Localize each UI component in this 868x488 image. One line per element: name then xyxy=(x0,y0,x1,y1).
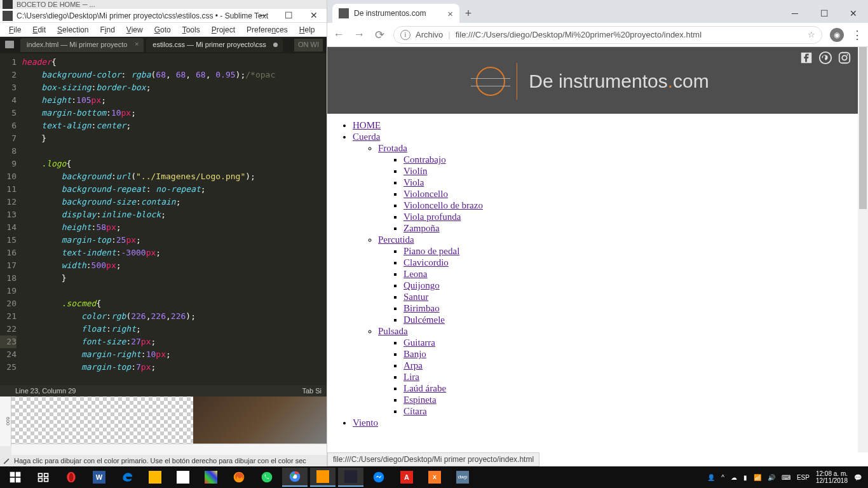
nav-link[interactable]: Arpa xyxy=(403,360,423,370)
close-button[interactable]: ✕ xyxy=(839,4,868,23)
taskbar-messenger[interactable] xyxy=(366,468,391,487)
chrome-tabstrip: De instrumentos.com × + ─ ☐ ✕ xyxy=(327,0,868,23)
taskbar-app1[interactable] xyxy=(338,468,363,487)
nav-link[interactable]: Banjo xyxy=(403,349,426,359)
address-bar[interactable]: i Archivo | file:///C:/Users/diego/Deskt… xyxy=(393,26,822,44)
taskbar-chrome[interactable] xyxy=(282,468,308,487)
nav-frotada: Frotada ContrabajoViolínViolaVioloncello… xyxy=(378,143,858,234)
menu-edit[interactable]: Edit xyxy=(27,23,51,36)
instagram-icon[interactable] xyxy=(837,51,851,65)
nav-link[interactable]: Guitarra xyxy=(403,337,435,348)
nav-percutida: Percutida Piano de pedalClavicordioLeona… xyxy=(378,234,858,325)
nav-link[interactable]: Leona xyxy=(403,269,427,279)
menu-help[interactable]: Help xyxy=(294,23,320,36)
nav-link[interactable]: Birimbao xyxy=(403,303,440,313)
taskbar-edge[interactable] xyxy=(114,468,140,487)
people-icon[interactable]: 👤 xyxy=(707,474,715,481)
profile-avatar[interactable]: ◉ xyxy=(830,28,844,42)
taskbar-explorer[interactable] xyxy=(142,468,168,487)
sidebar-toggle-icon[interactable] xyxy=(5,41,14,48)
battery-icon[interactable]: ▮ xyxy=(743,474,747,481)
browser-tab[interactable]: De instrumentos.com × xyxy=(332,4,459,23)
list-item: Birimbao xyxy=(403,303,858,314)
taskbar-opera[interactable] xyxy=(58,468,84,487)
menu-file[interactable]: File xyxy=(4,23,26,36)
forward-button[interactable]: → xyxy=(353,28,365,41)
nav-link[interactable]: Zampoña xyxy=(403,223,440,233)
taskbar-firefox[interactable] xyxy=(226,468,252,487)
bookmark-star-icon[interactable]: ☆ xyxy=(808,30,815,39)
nav-link[interactable]: Clavicordio xyxy=(403,257,449,268)
menu-find[interactable]: Find xyxy=(95,23,119,36)
taskbar-store[interactable] xyxy=(170,468,196,487)
taskbar-whatsapp[interactable] xyxy=(254,468,280,487)
menu-goto[interactable]: Goto xyxy=(149,23,176,36)
ruler-vertical: 600 xyxy=(0,396,11,446)
nav-link[interactable]: Laúd árabe xyxy=(403,383,446,393)
pinterest-icon[interactable] xyxy=(818,51,832,65)
menu-tools[interactable]: Tools xyxy=(177,23,205,36)
taskbar-app2[interactable]: dwp xyxy=(450,468,475,487)
new-tab-button[interactable]: + xyxy=(459,5,477,23)
taskbar-acrobat[interactable]: A xyxy=(394,468,419,487)
taskbar-sublime[interactable] xyxy=(310,468,336,487)
menu-project[interactable]: Project xyxy=(207,23,240,36)
site-logo[interactable]: De instrumentos.com xyxy=(476,63,709,100)
menu-preferences[interactable]: Preferences xyxy=(241,23,293,36)
maximize-button[interactable]: ☐ xyxy=(810,4,839,23)
nav-link[interactable]: Viola xyxy=(403,177,424,187)
task-view-button[interactable] xyxy=(31,468,56,487)
close-tab-icon[interactable]: × xyxy=(447,8,453,19)
scrollbar-thumb[interactable] xyxy=(859,47,867,209)
indent-setting[interactable]: Tab Si xyxy=(302,385,322,396)
nav-link[interactable]: Violoncello de brazo xyxy=(403,200,483,210)
tab-index-html[interactable]: index.html — Mi primer proyecto× xyxy=(20,38,144,52)
nav-link[interactable]: Lira xyxy=(403,372,419,382)
canvas[interactable] xyxy=(11,396,327,444)
nav-link[interactable]: Contrabajo xyxy=(403,154,446,165)
nav-link[interactable]: Piano de pedal xyxy=(403,246,459,256)
maximize-button[interactable]: ☐ xyxy=(276,9,301,23)
code-editor[interactable]: header{ background-color: rgba(68, 68, 6… xyxy=(22,53,327,385)
keyboard-icon[interactable]: ⌨ xyxy=(782,474,790,481)
volume-icon[interactable]: 🔊 xyxy=(768,474,775,481)
info-icon[interactable]: i xyxy=(400,30,410,40)
nav-link[interactable]: Quijongo xyxy=(403,280,440,290)
wifi-icon[interactable]: 📶 xyxy=(754,474,761,481)
taskbar-xampp[interactable]: X xyxy=(422,468,447,487)
svg-point-2 xyxy=(842,55,846,60)
clock[interactable]: 12:08 a. m.12/11/2018 xyxy=(816,470,848,484)
nav-link[interactable]: Viola profunda xyxy=(403,212,461,222)
sublime-titlebar[interactable]: C:\Users\diego\Desktop\Mi primer proyect… xyxy=(0,9,327,23)
url-scheme: Archivo xyxy=(416,30,443,39)
language-indicator[interactable]: ESP xyxy=(797,474,810,481)
menu-selection[interactable]: Selection xyxy=(52,23,93,36)
scrollbar-horizontal[interactable] xyxy=(11,444,327,455)
minimize-button[interactable]: ─ xyxy=(780,4,810,23)
close-icon[interactable]: × xyxy=(135,40,139,48)
nav-link[interactable]: Violoncello xyxy=(403,189,448,199)
menu-view[interactable]: View xyxy=(121,23,148,36)
taskbar-paint[interactable] xyxy=(198,468,224,487)
nav-link[interactable]: Espineta xyxy=(403,395,437,405)
reload-button[interactable]: ⟳ xyxy=(373,28,386,42)
tab-estilos-css[interactable]: estilos.css — Mi primer proyecto\css xyxy=(146,38,282,52)
tray-chevron-icon[interactable]: ^ xyxy=(721,474,724,481)
back-button[interactable]: ← xyxy=(332,28,345,41)
logo-text: De instrumentos.com xyxy=(529,71,709,92)
onedrive-icon[interactable]: ☁ xyxy=(731,474,737,481)
facebook-icon[interactable] xyxy=(799,51,813,65)
nav-link[interactable]: Dulcémele xyxy=(403,315,445,325)
start-button[interactable] xyxy=(3,468,28,487)
notifications-icon[interactable]: 💬 xyxy=(854,474,862,481)
nav-link[interactable]: Cítara xyxy=(403,406,427,416)
nav-link[interactable]: Violín xyxy=(403,166,427,176)
scrollbar-vertical[interactable] xyxy=(858,47,868,452)
nav-link[interactable]: Santur xyxy=(403,292,428,302)
chrome-menu-button[interactable]: ⋮ xyxy=(851,28,863,42)
close-button[interactable]: ✕ xyxy=(301,9,327,23)
link-status: file:///C:/Users/diego/Desktop/Mi primer… xyxy=(327,452,539,466)
taskbar-word[interactable]: W xyxy=(86,468,112,487)
minimize-button[interactable]: ─ xyxy=(250,9,276,23)
tab-overflow[interactable]: ON WI xyxy=(294,39,323,51)
